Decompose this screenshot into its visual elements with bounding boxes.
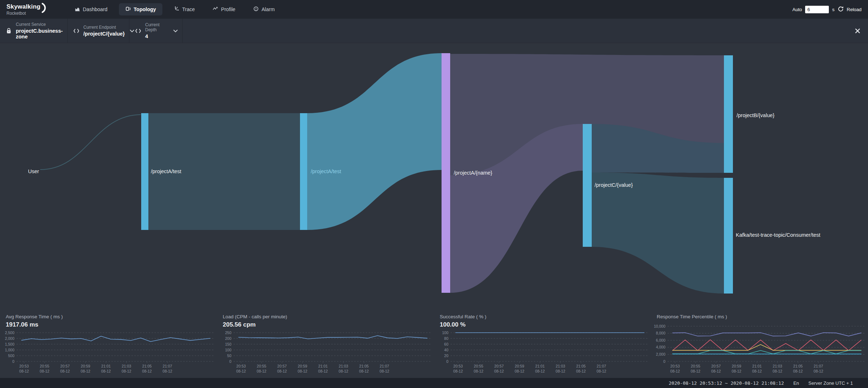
x-axis-tick-time: 21:03	[339, 364, 348, 368]
x-axis-tick-date: 08-12	[339, 369, 348, 373]
x-axis-tick-date: 08-12	[670, 369, 680, 373]
sankey-node[interactable]	[724, 55, 733, 173]
x-axis-tick-date: 08-12	[380, 369, 389, 373]
x-axis-tick-date: 08-12	[163, 369, 172, 373]
sankey-link-6	[592, 172, 724, 294]
multi-line-chart: 10,0008,0006,0004,0002,000020:5308-1220:…	[651, 320, 868, 378]
x-axis-tick-time: 20:55	[691, 364, 700, 368]
x-axis-tick-date: 08-12	[494, 369, 504, 373]
y-axis-tick-label: 4,000	[656, 345, 665, 349]
x-axis-tick-time: 20:55	[257, 364, 266, 368]
x-axis-tick-date: 08-12	[535, 369, 545, 373]
x-axis-tick-time: 20:53	[19, 364, 29, 368]
close-icon[interactable]	[855, 28, 860, 33]
x-axis-tick-time: 21:03	[556, 364, 565, 368]
chart-successful-rate: Successful Rate ( % ) 100.00 % 100806040…	[434, 310, 651, 378]
x-axis-tick-time: 20:57	[711, 364, 721, 368]
nav-item-trace[interactable]: Trace	[167, 3, 201, 15]
x-axis-tick-date: 08-12	[793, 369, 803, 373]
x-axis-tick-time: 20:59	[515, 364, 524, 368]
sankey-node[interactable]	[442, 53, 450, 293]
dashboard-icon	[75, 6, 80, 13]
chevron-down-icon	[173, 29, 178, 32]
nav-item-dashboard[interactable]: Dashboard	[68, 3, 114, 15]
chart-title: Avg Response Time ( ms )	[0, 310, 217, 320]
y-axis-tick-label: 100	[225, 348, 231, 352]
x-axis-tick-date: 08-12	[19, 369, 29, 373]
y-axis-tick-label: 50	[227, 354, 231, 358]
sankey-node[interactable]	[583, 124, 592, 247]
metric-charts-row: Avg Response Time ( ms ) 1917.06 ms 2,50…	[0, 310, 868, 378]
reload-label[interactable]: Reload	[847, 7, 862, 12]
y-axis-tick-label: 2,500	[5, 331, 14, 335]
y-axis-tick-label: 2,000	[656, 352, 665, 356]
sankey-node[interactable]	[300, 113, 307, 230]
x-axis-tick-time: 21:05	[576, 364, 586, 368]
sankey-node-label: /projectC/{value}	[595, 182, 633, 188]
nav-item-profile[interactable]: Profile	[206, 3, 242, 15]
x-axis-tick-time: 21:07	[597, 364, 606, 368]
refresh-controls: Auto s Reload	[793, 6, 862, 13]
reload-icon[interactable]	[838, 6, 844, 13]
x-axis-tick-time: 21:03	[773, 364, 782, 368]
x-axis-tick-time: 20:59	[298, 364, 307, 368]
code-icon	[73, 28, 79, 33]
chart-big-value: 205.56 cpm	[217, 320, 434, 330]
y-axis-tick-label: 10,000	[654, 324, 665, 328]
lock-icon	[6, 28, 12, 34]
current-service-selector[interactable]: Current Service projectC.business-zone	[0, 19, 68, 43]
x-axis-tick-time: 20:53	[236, 364, 246, 368]
x-axis-tick-date: 08-12	[691, 369, 701, 373]
chart-response-time-percentile: Response Time Percentile ( ms ) 10,0008,…	[651, 310, 868, 378]
sankey-canvas: User/projectA/test/projectA/test/project…	[0, 43, 868, 310]
x-axis-tick-date: 08-12	[277, 369, 287, 373]
x-axis-tick-date: 08-12	[122, 369, 131, 373]
x-axis-tick-date: 08-12	[359, 369, 369, 373]
chart-big-value: 1917.06 ms	[0, 320, 217, 330]
current-endpoint-selector[interactable]: Current Endpoint /projectC/{value}	[68, 19, 129, 43]
nav-item-alarm[interactable]: Alarm	[247, 3, 281, 15]
line-chart: 2,5002,0001,5001,000500020:5308-1220:550…	[0, 330, 217, 380]
chart-title: Response Time Percentile ( ms )	[651, 310, 868, 320]
language-selector[interactable]: En	[793, 380, 799, 386]
current-service-value: projectC.business-zone	[16, 28, 63, 40]
sankey-node[interactable]	[141, 113, 148, 230]
x-axis-tick-date: 08-12	[101, 369, 111, 373]
x-axis-tick-date: 08-12	[556, 369, 565, 373]
logo-title: Skywalking	[6, 3, 41, 10]
x-axis-tick-time: 21:05	[793, 364, 803, 368]
x-axis-tick-date: 08-12	[474, 369, 484, 373]
x-axis-tick-date: 08-12	[773, 369, 782, 373]
chart-load-cpm: Load (CPM - calls per minute) 205.56 cpm…	[217, 310, 434, 378]
profile-icon	[213, 6, 218, 13]
y-axis-tick-label: 8,000	[656, 331, 665, 335]
x-axis-tick-time: 21:01	[101, 364, 111, 368]
x-axis-tick-time: 20:59	[732, 364, 741, 368]
current-depth-selector[interactable]: Current Depth 4	[129, 19, 183, 43]
nav-item-label: Trace	[182, 6, 195, 12]
nav-item-topology[interactable]: Topology	[119, 3, 162, 15]
y-axis-tick-label: 0	[12, 359, 14, 364]
x-axis-tick-date: 08-12	[453, 369, 463, 373]
auto-interval-input[interactable]	[805, 6, 829, 13]
sankey-node[interactable]	[724, 178, 733, 294]
x-axis-tick-time: 21:07	[380, 364, 389, 368]
chart-series-red	[673, 340, 861, 351]
x-axis-tick-date: 08-12	[298, 369, 308, 373]
x-axis-tick-time: 21:01	[752, 364, 762, 368]
sankey-node-label: /projectA/test	[151, 168, 181, 174]
filter-label: Current Depth	[145, 22, 168, 32]
x-axis-tick-date: 08-12	[81, 369, 91, 373]
x-axis-tick-date: 08-12	[318, 369, 328, 373]
filter-label: Current Endpoint	[83, 25, 125, 30]
nav-item-label: Profile	[221, 6, 235, 12]
current-depth-value: 4	[145, 33, 168, 39]
y-axis-tick-label: 0	[663, 359, 665, 364]
server-zone-label: Server Zone UTC + 1	[808, 380, 853, 386]
y-axis-tick-label: 80	[444, 336, 448, 341]
auto-label: Auto	[793, 7, 802, 12]
y-axis-tick-label: 250	[225, 331, 231, 335]
chart-series-load	[239, 336, 427, 339]
sankey-node-label: /projectB/{value}	[737, 112, 775, 118]
trace-icon	[174, 6, 179, 13]
